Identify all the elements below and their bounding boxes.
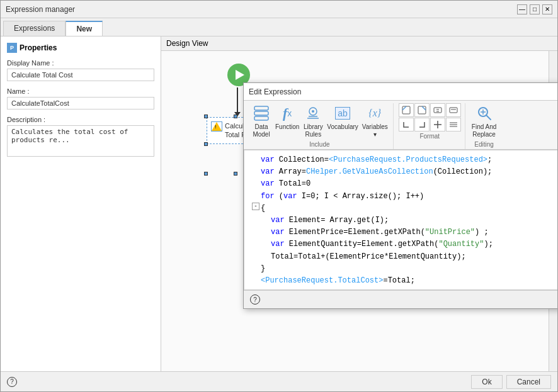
selection-handle-tl <box>204 115 208 118</box>
format-btn-4[interactable] <box>446 103 461 117</box>
properties-header: P Properties <box>7 43 154 53</box>
dialog-title: Edit Expression <box>249 87 301 96</box>
variables-icon: {x} <box>366 104 384 122</box>
svg-rect-9 <box>434 108 441 113</box>
code-text-4: for (var I=0; I < Array.size(); I++) <box>261 191 557 203</box>
warning-icon <box>212 122 222 131</box>
code-line-4: for (var I=0; I < Array.size(); I++) <box>251 191 557 203</box>
svg-rect-8 <box>418 106 426 114</box>
main-help-button[interactable]: ? <box>7 377 17 387</box>
code-text-3: var Total=0 <box>261 178 557 190</box>
main-window: Expression manager — □ ✕ Expressions New… <box>0 0 558 392</box>
code-editor[interactable]: var Collection=<PurchaseRequest.Products… <box>244 150 557 290</box>
toolbar-data-model[interactable]: DataModel <box>250 103 273 140</box>
maximize-button[interactable]: □ <box>530 4 540 14</box>
task-icon <box>211 121 222 132</box>
code-line-6: var Element= Array.get(I); <box>251 215 557 227</box>
expand-button[interactable]: - <box>252 203 259 210</box>
title-bar: Expression manager — □ ✕ <box>1 1 557 18</box>
name-input[interactable] <box>7 97 154 109</box>
toolbar-group-editing: Find AndReplace Editing <box>467 103 501 149</box>
tab-expressions[interactable]: Expressions <box>3 21 65 36</box>
display-name-input[interactable] <box>7 69 154 81</box>
format-group-label: Format <box>419 133 440 141</box>
find-replace-icon <box>475 104 493 122</box>
format-btn-1[interactable] <box>399 103 414 117</box>
code-text-8: var ElementQuantity=Element.getXPath("Qu… <box>261 238 557 250</box>
description-input[interactable]: Calculates the total cost of products re… <box>7 125 154 157</box>
toolbar-vocabulary[interactable]: ab Vocabulary <box>326 103 359 132</box>
dialog-footer: ? <box>244 290 557 308</box>
toolbar-find-replace[interactable]: Find AndReplace <box>470 103 498 140</box>
code-text-2: var Array=CHelper.GetValueAsCollection(C… <box>261 166 557 178</box>
toolbar-function[interactable]: fx Function <box>274 103 300 132</box>
description-label: Description : <box>7 116 154 123</box>
library-rules-label: LibraryRules <box>304 123 323 138</box>
format-btn-7[interactable] <box>430 118 445 132</box>
code-line-7: var ElementPrice=Element.getXPath("UnitP… <box>251 227 557 238</box>
name-label: Name : <box>7 87 154 95</box>
data-model-icon <box>253 104 270 122</box>
selection-handle-bl <box>204 172 208 176</box>
format-btn-3[interactable] <box>430 103 445 117</box>
format-btn-6[interactable] <box>414 118 430 132</box>
ok-button[interactable]: Ok <box>471 375 502 389</box>
code-line-1: var Collection=<PurchaseRequest.Products… <box>251 154 557 166</box>
find-replace-label: Find AndReplace <box>472 123 496 138</box>
toolbar-library-rules[interactable]: LibraryRules <box>302 103 324 140</box>
selection-handle-ml <box>204 142 208 146</box>
code-text-6: var Element= Array.get(I); <box>261 215 557 227</box>
display-name-label: Display Name : <box>7 59 154 67</box>
code-line-9: Total=Total+(ElementPrice*ElementQuantit… <box>251 251 557 263</box>
tabs-bar: Expressions New <box>1 18 557 36</box>
code-text-11: <PurchaseRequest.TotalCost>=Total; <box>261 275 557 287</box>
edit-expression-dialog: Edit Expression — □ ✕ <box>243 82 557 309</box>
code-line-5: - { <box>251 203 557 215</box>
description-group: Description : Calculates the total cost … <box>7 116 154 159</box>
flow-arrow <box>237 87 238 113</box>
format-btn-5[interactable] <box>399 118 414 132</box>
properties-icon: P <box>7 43 17 53</box>
left-panel: P Properties Display Name : Name : Descr… <box>1 36 161 371</box>
toolbar-group-include: DataModel fx Function <box>246 103 394 149</box>
include-group-label: Include <box>309 141 329 149</box>
display-name-group: Display Name : <box>7 59 154 81</box>
cancel-button[interactable]: Cancel <box>506 375 551 389</box>
toolbar-variables[interactable]: {x} Variables▾ <box>361 103 389 140</box>
format-btn-2[interactable] <box>414 103 430 117</box>
selection-handle-bc <box>234 172 237 176</box>
code-text-10: } <box>261 263 557 275</box>
tab-new[interactable]: New <box>65 21 103 36</box>
svg-rect-12 <box>450 108 457 113</box>
right-panel: Design View CalculateTotal Price <box>161 36 557 371</box>
code-line-10: } <box>251 263 557 275</box>
help-area: ? <box>250 294 260 305</box>
variables-label: Variables▾ <box>362 123 388 138</box>
bottom-bar: ? Ok Cancel <box>1 371 557 391</box>
dialog-title-bar: Edit Expression — □ ✕ <box>244 83 557 101</box>
close-button[interactable]: ✕ <box>542 4 552 14</box>
main-content: P Properties Display Name : Name : Descr… <box>1 36 557 371</box>
svg-rect-2 <box>254 116 268 120</box>
code-text-5: { <box>261 203 557 215</box>
function-icon: fx <box>278 104 296 122</box>
code-text-9: Total=Total+(ElementPrice*ElementQuantit… <box>261 251 557 263</box>
function-label: Function <box>275 123 299 131</box>
vocabulary-label: Vocabulary <box>327 123 358 131</box>
library-rules-icon <box>304 104 322 122</box>
svg-point-4 <box>312 110 314 113</box>
play-icon <box>236 70 244 80</box>
code-line-11: <PurchaseRequest.TotalCost>=Total; <box>251 275 557 287</box>
code-text-7: var ElementPrice=Element.getXPath("UnitP… <box>261 227 557 238</box>
selection-handle-tc <box>234 115 237 118</box>
editing-group-label: Editing <box>474 141 494 149</box>
data-model-label: DataModel <box>253 123 270 138</box>
toolbar-group-format: Format <box>395 103 465 149</box>
minimize-button[interactable]: — <box>517 4 527 14</box>
design-view-header: Design View <box>161 36 557 51</box>
help-button[interactable]: ? <box>250 294 260 305</box>
format-btn-8[interactable] <box>446 118 461 132</box>
bottom-buttons: Ok Cancel <box>471 375 551 389</box>
vocabulary-icon: ab <box>334 104 351 122</box>
title-bar-buttons: — □ ✕ <box>517 4 552 14</box>
